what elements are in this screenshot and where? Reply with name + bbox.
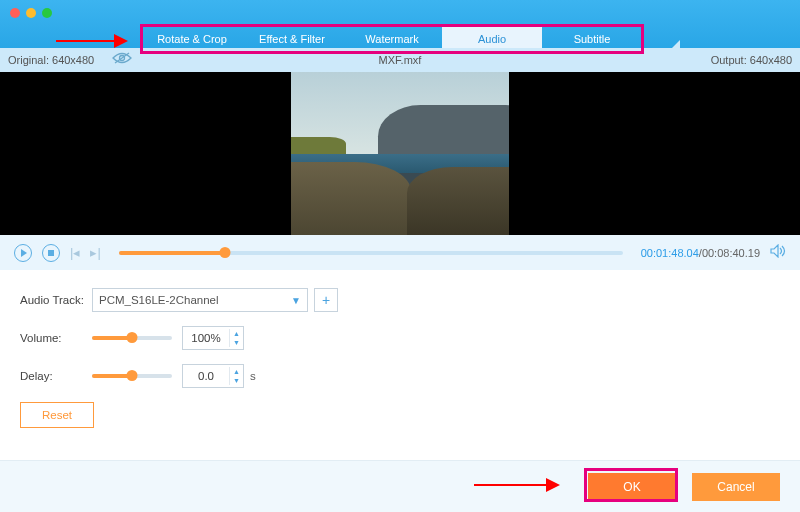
maximize-window-icon[interactable]	[42, 8, 52, 18]
chevron-down-icon: ▼	[291, 295, 301, 306]
volume-value: 100%	[183, 332, 229, 344]
audio-track-label: Audio Track:	[20, 294, 92, 306]
stop-button[interactable]	[42, 244, 60, 262]
delay-value: 0.0	[183, 370, 229, 382]
ok-button[interactable]: OK	[588, 473, 676, 501]
video-preview-area	[0, 72, 800, 235]
delay-step-up[interactable]: ▲	[230, 367, 243, 376]
delay-slider-knob[interactable]	[127, 370, 138, 381]
titlebar: Rotate & Crop Effect & Filter Watermark …	[0, 0, 800, 48]
delay-slider[interactable]	[92, 374, 172, 378]
decorative-notch	[662, 40, 680, 58]
minimize-window-icon[interactable]	[26, 8, 36, 18]
original-size-label: Original: 640x480	[0, 54, 94, 66]
cancel-button[interactable]: Cancel	[692, 473, 780, 501]
volume-label: Volume:	[20, 332, 92, 344]
delay-label: Delay:	[20, 370, 92, 382]
annotation-arrow-tabs	[56, 36, 136, 46]
timeline-fill	[119, 251, 225, 255]
add-audio-track-button[interactable]: +	[314, 288, 338, 312]
delay-unit: s	[250, 370, 256, 382]
current-time: 00:01:48.04	[641, 247, 699, 259]
playback-controls: |◂ ▸| 00:01:48.04/00:08:40.19	[0, 235, 800, 270]
video-frame	[291, 72, 509, 235]
timeline-knob[interactable]	[219, 247, 230, 258]
delay-row: Delay: 0.0 ▲▼ s	[20, 364, 780, 388]
audio-track-row: Audio Track: PCM_S16LE-2Channel ▼ +	[20, 288, 780, 312]
volume-step-up[interactable]: ▲	[230, 329, 243, 338]
prev-frame-button[interactable]: |◂	[70, 245, 80, 260]
reset-button[interactable]: Reset	[20, 402, 94, 428]
volume-slider-knob[interactable]	[127, 332, 138, 343]
info-bar: Original: 640x480 MXF.mxf Output: 640x48…	[0, 48, 800, 72]
close-window-icon[interactable]	[10, 8, 20, 18]
filename-label: MXF.mxf	[379, 54, 422, 66]
audio-track-select[interactable]: PCM_S16LE-2Channel ▼	[92, 288, 308, 312]
dialog-footer: OK Cancel	[0, 460, 800, 512]
annotation-arrow-ok	[474, 480, 574, 490]
total-time: /00:08:40.19	[699, 247, 760, 259]
output-size-label: Output: 640x480	[711, 54, 792, 66]
play-button[interactable]	[14, 244, 32, 262]
volume-slider[interactable]	[92, 336, 172, 340]
preview-toggle-icon[interactable]	[112, 51, 132, 69]
volume-row: Volume: 100% ▲▼	[20, 326, 780, 350]
volume-input[interactable]: 100% ▲▼	[182, 326, 244, 350]
audio-track-value: PCM_S16LE-2Channel	[99, 294, 219, 306]
timecode: 00:01:48.04/00:08:40.19	[641, 247, 760, 259]
playback-timeline[interactable]	[119, 251, 623, 255]
next-frame-button[interactable]: ▸|	[90, 245, 100, 260]
delay-step-down[interactable]: ▼	[230, 376, 243, 385]
volume-step-down[interactable]: ▼	[230, 338, 243, 347]
delay-input[interactable]: 0.0 ▲▼	[182, 364, 244, 388]
volume-icon[interactable]	[770, 244, 786, 261]
audio-settings-panel: Audio Track: PCM_S16LE-2Channel ▼ + Volu…	[0, 270, 800, 438]
window-controls	[10, 8, 52, 18]
